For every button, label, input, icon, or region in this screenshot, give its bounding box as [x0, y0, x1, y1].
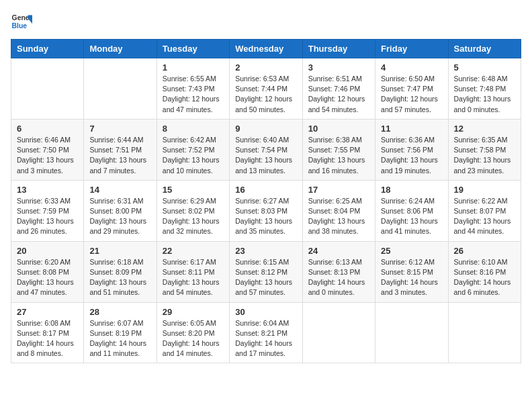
- day-number: 23: [235, 246, 296, 256]
- day-number: 19: [454, 185, 515, 195]
- calendar-cell: 9Sunrise: 6:40 AM Sunset: 7:54 PM Daylig…: [230, 119, 302, 180]
- day-of-week-header: Friday: [375, 40, 448, 58]
- calendar-cell: [302, 302, 375, 363]
- day-of-week-header: Monday: [84, 40, 157, 58]
- day-number: 6: [17, 124, 78, 134]
- day-number: 16: [235, 185, 296, 195]
- logo: General Blue: [11, 11, 32, 32]
- day-number: 11: [381, 124, 442, 134]
- calendar-cell: 25Sunrise: 6:12 AM Sunset: 8:15 PM Dayli…: [375, 241, 448, 302]
- day-info: Sunrise: 6:38 AM Sunset: 7:55 PM Dayligh…: [308, 135, 369, 176]
- day-number: 21: [89, 246, 150, 256]
- day-number: 3: [308, 62, 369, 73]
- day-of-week-header: Tuesday: [157, 40, 229, 58]
- calendar-cell: [375, 302, 448, 363]
- calendar-cell: 14Sunrise: 6:31 AM Sunset: 8:00 PM Dayli…: [84, 180, 157, 241]
- day-of-week-header: Sunday: [11, 40, 84, 58]
- calendar-cell: 27Sunrise: 6:08 AM Sunset: 8:17 PM Dayli…: [11, 302, 84, 363]
- calendar-cell: 6Sunrise: 6:46 AM Sunset: 7:50 PM Daylig…: [11, 119, 84, 180]
- calendar-cell: 30Sunrise: 6:04 AM Sunset: 8:21 PM Dayli…: [230, 302, 302, 363]
- calendar-week-row: 27Sunrise: 6:08 AM Sunset: 8:17 PM Dayli…: [11, 302, 521, 363]
- day-info: Sunrise: 6:42 AM Sunset: 7:52 PM Dayligh…: [163, 135, 224, 176]
- day-number: 14: [89, 185, 150, 195]
- day-info: Sunrise: 6:08 AM Sunset: 8:17 PM Dayligh…: [17, 318, 78, 359]
- svg-text:Blue: Blue: [12, 22, 28, 30]
- day-number: 12: [454, 124, 515, 134]
- day-number: 10: [308, 124, 369, 134]
- day-number: 24: [308, 246, 369, 256]
- calendar-cell: 10Sunrise: 6:38 AM Sunset: 7:55 PM Dayli…: [302, 119, 375, 180]
- calendar-cell: 28Sunrise: 6:07 AM Sunset: 8:19 PM Dayli…: [84, 302, 157, 363]
- day-info: Sunrise: 6:07 AM Sunset: 8:19 PM Dayligh…: [89, 318, 150, 359]
- calendar-cell: 29Sunrise: 6:05 AM Sunset: 8:20 PM Dayli…: [157, 302, 229, 363]
- calendar-cell: 16Sunrise: 6:27 AM Sunset: 8:03 PM Dayli…: [230, 180, 302, 241]
- day-number: 8: [163, 124, 224, 134]
- day-number: 1: [163, 62, 224, 73]
- calendar-table: SundayMondayTuesdayWednesdayThursdayFrid…: [11, 39, 521, 363]
- calendar-cell: 24Sunrise: 6:13 AM Sunset: 8:13 PM Dayli…: [302, 241, 375, 302]
- logo-icon: General Blue: [11, 11, 32, 32]
- calendar-cell: 17Sunrise: 6:25 AM Sunset: 8:04 PM Dayli…: [302, 180, 375, 241]
- day-info: Sunrise: 6:55 AM Sunset: 7:43 PM Dayligh…: [163, 74, 224, 115]
- day-info: Sunrise: 6:36 AM Sunset: 7:56 PM Dayligh…: [381, 135, 442, 176]
- day-number: 26: [454, 246, 515, 256]
- day-info: Sunrise: 6:17 AM Sunset: 8:11 PM Dayligh…: [163, 257, 224, 298]
- calendar-cell: 13Sunrise: 6:33 AM Sunset: 7:59 PM Dayli…: [11, 180, 84, 241]
- calendar-week-row: 6Sunrise: 6:46 AM Sunset: 7:50 PM Daylig…: [11, 119, 521, 180]
- day-number: 20: [17, 246, 78, 256]
- day-info: Sunrise: 6:20 AM Sunset: 8:08 PM Dayligh…: [17, 257, 78, 298]
- calendar-cell: 11Sunrise: 6:36 AM Sunset: 7:56 PM Dayli…: [375, 119, 448, 180]
- calendar-header-row: SundayMondayTuesdayWednesdayThursdayFrid…: [11, 40, 521, 58]
- day-of-week-header: Wednesday: [230, 40, 302, 58]
- calendar-cell: 22Sunrise: 6:17 AM Sunset: 8:11 PM Dayli…: [157, 241, 229, 302]
- calendar-cell: 7Sunrise: 6:44 AM Sunset: 7:51 PM Daylig…: [84, 119, 157, 180]
- day-info: Sunrise: 6:46 AM Sunset: 7:50 PM Dayligh…: [17, 135, 78, 176]
- calendar-cell: 19Sunrise: 6:22 AM Sunset: 8:07 PM Dayli…: [448, 180, 521, 241]
- day-info: Sunrise: 6:33 AM Sunset: 7:59 PM Dayligh…: [17, 196, 78, 237]
- calendar-week-row: 20Sunrise: 6:20 AM Sunset: 8:08 PM Dayli…: [11, 241, 521, 302]
- calendar-cell: 1Sunrise: 6:55 AM Sunset: 7:43 PM Daylig…: [157, 58, 229, 120]
- day-info: Sunrise: 6:22 AM Sunset: 8:07 PM Dayligh…: [454, 196, 515, 237]
- day-number: 27: [17, 307, 78, 317]
- day-number: 7: [89, 124, 150, 134]
- day-number: 4: [381, 62, 442, 73]
- calendar-cell: 8Sunrise: 6:42 AM Sunset: 7:52 PM Daylig…: [157, 119, 229, 180]
- calendar-cell: 2Sunrise: 6:53 AM Sunset: 7:44 PM Daylig…: [230, 58, 302, 120]
- day-number: 9: [235, 124, 296, 134]
- calendar-cell: 20Sunrise: 6:20 AM Sunset: 8:08 PM Dayli…: [11, 241, 84, 302]
- day-info: Sunrise: 6:13 AM Sunset: 8:13 PM Dayligh…: [308, 257, 369, 298]
- day-info: Sunrise: 6:29 AM Sunset: 8:02 PM Dayligh…: [163, 196, 224, 237]
- calendar-cell: 12Sunrise: 6:35 AM Sunset: 7:58 PM Dayli…: [448, 119, 521, 180]
- day-info: Sunrise: 6:15 AM Sunset: 8:12 PM Dayligh…: [235, 257, 296, 298]
- day-number: 13: [17, 185, 78, 195]
- day-info: Sunrise: 6:05 AM Sunset: 8:20 PM Dayligh…: [163, 318, 224, 359]
- day-number: 5: [454, 62, 515, 73]
- calendar-cell: 15Sunrise: 6:29 AM Sunset: 8:02 PM Dayli…: [157, 180, 229, 241]
- day-info: Sunrise: 6:40 AM Sunset: 7:54 PM Dayligh…: [235, 135, 296, 176]
- calendar-cell: [11, 58, 84, 120]
- calendar-cell: [448, 302, 521, 363]
- day-info: Sunrise: 6:25 AM Sunset: 8:04 PM Dayligh…: [308, 196, 369, 237]
- day-number: 18: [381, 185, 442, 195]
- day-info: Sunrise: 6:24 AM Sunset: 8:06 PM Dayligh…: [381, 196, 442, 237]
- day-info: Sunrise: 6:31 AM Sunset: 8:00 PM Dayligh…: [89, 196, 150, 237]
- calendar-cell: 3Sunrise: 6:51 AM Sunset: 7:46 PM Daylig…: [302, 58, 375, 120]
- day-info: Sunrise: 6:48 AM Sunset: 7:48 PM Dayligh…: [454, 74, 515, 115]
- calendar-cell: 18Sunrise: 6:24 AM Sunset: 8:06 PM Dayli…: [375, 180, 448, 241]
- calendar-cell: 4Sunrise: 6:50 AM Sunset: 7:47 PM Daylig…: [375, 58, 448, 120]
- calendar-cell: [84, 58, 157, 120]
- day-info: Sunrise: 6:12 AM Sunset: 8:15 PM Dayligh…: [381, 257, 442, 298]
- day-number: 29: [163, 307, 224, 317]
- calendar-week-row: 1Sunrise: 6:55 AM Sunset: 7:43 PM Daylig…: [11, 58, 521, 120]
- day-info: Sunrise: 6:44 AM Sunset: 7:51 PM Dayligh…: [89, 135, 150, 176]
- calendar-cell: 21Sunrise: 6:18 AM Sunset: 8:09 PM Dayli…: [84, 241, 157, 302]
- calendar-cell: 5Sunrise: 6:48 AM Sunset: 7:48 PM Daylig…: [448, 58, 521, 120]
- day-number: 2: [235, 62, 296, 73]
- day-of-week-header: Saturday: [448, 40, 521, 58]
- day-info: Sunrise: 6:18 AM Sunset: 8:09 PM Dayligh…: [89, 257, 150, 298]
- day-number: 15: [163, 185, 224, 195]
- day-info: Sunrise: 6:53 AM Sunset: 7:44 PM Dayligh…: [235, 74, 296, 115]
- header: General Blue: [11, 11, 521, 32]
- calendar-cell: 23Sunrise: 6:15 AM Sunset: 8:12 PM Dayli…: [230, 241, 302, 302]
- day-number: 30: [235, 307, 296, 317]
